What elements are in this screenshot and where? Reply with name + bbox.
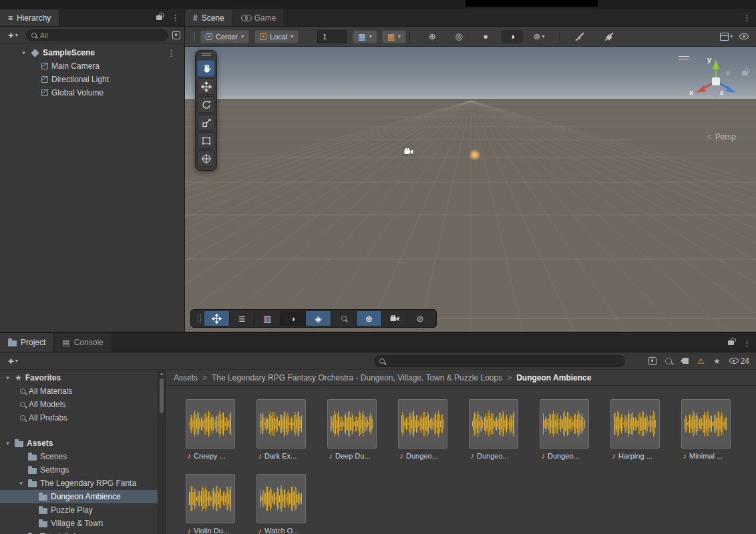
create-asset-button[interactable]: + ▾ [4,356,22,366]
overlay-drag-handle[interactable] [198,314,201,323]
sidebar-scrollbar[interactable]: ▲ [158,370,165,534]
sliders-overlay-button[interactable]: ≣ [230,311,255,326]
transform-tool-button[interactable] [197,150,215,167]
hierarchy-item[interactable]: Directional Light [0,73,184,86]
axis-x-cone[interactable] [696,85,706,93]
folder-item[interactable]: ▸ TutorialInfo [0,530,165,534]
favorites-item[interactable]: All Materials [0,384,165,398]
project-searchbox[interactable] [374,355,625,367]
snap-settings-button[interactable]: ▦ ▾ [382,30,406,43]
camera-overlay-button[interactable] [382,311,407,326]
project-menu-icon[interactable]: ⋮ [738,333,756,352]
folder-item[interactable]: Scenes [0,450,165,463]
hierarchy-lock-button[interactable] [152,9,166,26]
audio-asset[interactable]: ♪ Dark Ex... [256,399,307,461]
hierarchy-item[interactable]: Global Volume [0,86,184,99]
favorites-item[interactable]: All Models [0,398,165,411]
scene-options-icon[interactable]: ⋮ [162,48,180,58]
scrollbar-thumb[interactable] [160,378,164,413]
tab-hierarchy[interactable]: ≡ Hierarchy [0,9,59,26]
scene-menu-icon[interactable]: ⋮ [738,9,756,26]
folder-item[interactable]: Puzzle Play [0,503,165,517]
open-in-new-icon[interactable] [648,357,656,365]
breadcrumb-segment[interactable]: Assets [174,373,198,382]
grid-visibility-button[interactable]: ▦ ▾ [353,30,377,43]
mute-audio-toggle[interactable]: ♪ [570,30,590,43]
grid-overlay-button[interactable]: ▥ [255,311,280,326]
palette-drag-handle[interactable] [202,53,211,56]
scene-audio-toggle[interactable]: ● [475,30,496,43]
waveform-thumbnail[interactable] [327,399,377,449]
audio-asset[interactable]: ♪ Dungeo... [469,399,520,461]
waveform-thumbnail[interactable] [398,399,447,449]
directional-light-gizmo[interactable] [469,149,481,161]
hierarchy-searchbox[interactable] [26,29,168,41]
tab-console[interactable]: ▤ Console [54,333,112,352]
folder-item[interactable]: Village & Town [0,517,165,530]
projection-label[interactable]: < Persp [707,132,736,142]
move-tool-button[interactable] [197,78,215,95]
waveform-thumbnail[interactable] [610,399,660,449]
waveform-thumbnail[interactable] [681,399,731,449]
scene-lighting-toggle[interactable]: ◎ [448,30,469,43]
audio-asset[interactable]: ♪ Watch O... [256,474,307,534]
waveform-thumbnail[interactable] [540,399,589,449]
project-search-input[interactable] [388,357,620,365]
folder-item[interactable]: ▼ The Legendary RPG Fanta [0,477,165,490]
waveform-thumbnail[interactable] [186,399,235,449]
scene-viewport[interactable]: y x z < Persp ≣ ▥ ◑ ◈ ⊕ [185,47,756,332]
folder-item[interactable]: Settings [0,463,165,477]
tab-game[interactable]: Game [233,9,285,26]
favorites-header[interactable]: ▼ ★ Favorites [0,371,165,384]
orientation-gizmo[interactable]: y x z [672,52,745,109]
audio-asset[interactable]: ♪ Dungeo... [398,399,449,461]
gizmos-overlay-button[interactable]: ◈ [306,311,331,326]
scene-camera-toggle[interactable]: ⊕ [421,30,443,43]
audio-asset[interactable]: ♪ Dungeo... [540,399,590,461]
expander-icon[interactable]: ▼ [4,441,11,447]
waveform-thumbnail[interactable] [186,474,235,523]
assets-header[interactable]: ▼ Assets [0,437,165,450]
rotate-tool-button[interactable] [197,96,215,113]
hierarchy-menu-icon[interactable]: ⋮ [166,9,184,26]
search-overlay-button[interactable] [331,311,357,326]
scene-visibility-eye-icon[interactable] [739,33,749,39]
audio-asset[interactable]: ♪ Deep Du... [327,399,378,461]
waveform-thumbnail[interactable] [469,399,518,449]
handle-space-button[interactable]: Local ▾ [254,30,299,43]
grid-size-field[interactable] [317,30,347,43]
effects-dropdown-button[interactable]: ⊛ ▾ [528,30,550,43]
axis-neg-cone[interactable] [726,71,731,76]
hierarchy-item[interactable]: Main Camera [0,59,184,73]
snap-overlay-button[interactable]: ⊕ [357,311,382,326]
project-lock-button[interactable] [724,333,738,352]
visible-items-counter[interactable]: 24 [729,356,749,366]
scroll-up-icon[interactable]: ▲ [158,370,165,376]
tab-project[interactable]: Project [0,333,54,352]
pick-object-icon[interactable] [172,31,180,39]
axis-y-cone[interactable] [713,60,719,69]
shading-overlay-button[interactable]: ◑ [280,311,306,326]
axis-z-cone[interactable] [726,85,736,93]
hierarchy-search-input[interactable] [40,31,163,39]
search-by-label-icon[interactable] [681,358,689,364]
favorites-star-icon[interactable]: ★ [713,356,721,366]
disable-effects-toggle[interactable]: ◆ [599,30,619,43]
scene-visibility-toggle[interactable]: ◑ [502,30,523,43]
view-tool-button[interactable] [197,60,215,77]
audio-asset[interactable]: ♪ Harping ... [610,399,661,461]
pivot-mode-button[interactable]: Center ▾ [200,30,249,43]
draw-mode-dropdown[interactable]: ▾ [720,33,733,40]
move-overlay-button[interactable] [204,311,230,326]
expander-icon[interactable]: ▼ [4,375,11,381]
folder-item[interactable]: Dungeon Ambience [0,490,165,503]
toolbar-drag-handle[interactable] [192,32,195,41]
search-by-type-icon[interactable] [665,358,672,364]
audio-asset[interactable]: ♪ Violin Du... [186,474,236,534]
audio-asset[interactable]: ♪ Minimal ... [681,399,732,461]
create-object-button[interactable]: + ▾ [4,30,22,40]
gizmo-cube[interactable] [712,77,720,85]
waveform-thumbnail[interactable] [256,474,306,523]
scale-tool-button[interactable] [197,114,215,131]
tab-scene[interactable]: # Scene [185,9,233,26]
